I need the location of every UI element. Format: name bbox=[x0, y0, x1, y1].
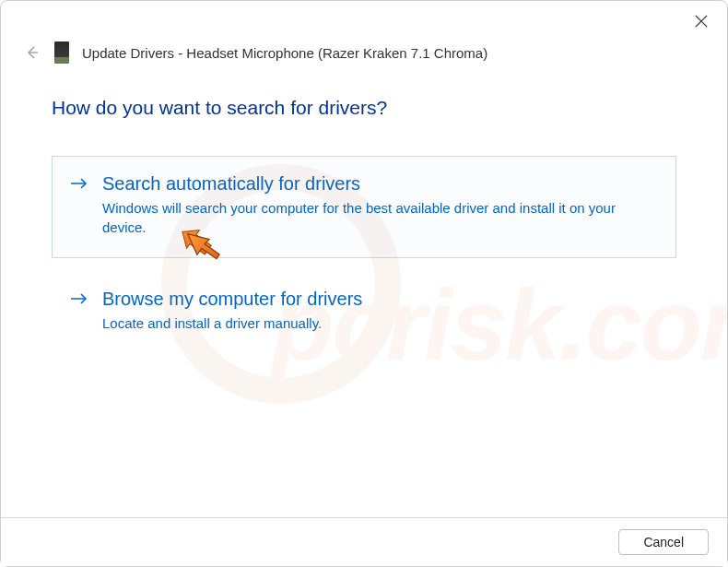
back-arrow-icon bbox=[24, 44, 41, 61]
option-title: Browse my computer for drivers bbox=[102, 289, 659, 310]
back-button[interactable] bbox=[23, 43, 41, 62]
window-title: Update Drivers - Headset Microphone (Raz… bbox=[82, 45, 487, 61]
page-heading: How do you want to search for drivers? bbox=[52, 97, 676, 119]
titlebar bbox=[1, 1, 727, 41]
option-browse-computer[interactable]: Browse my computer for drivers Locate an… bbox=[52, 271, 676, 354]
option-title: Search automatically for drivers bbox=[102, 173, 659, 195]
header-row: Update Drivers - Headset Microphone (Raz… bbox=[1, 41, 727, 78]
option-description: Windows will search your computer for th… bbox=[102, 198, 659, 237]
update-drivers-dialog: pcrisk.com Update Drivers - Headset Micr… bbox=[0, 0, 728, 567]
arrow-right-icon bbox=[69, 175, 89, 195]
cancel-button[interactable]: Cancel bbox=[618, 529, 709, 555]
dialog-footer: Cancel bbox=[1, 517, 727, 566]
arrow-right-icon bbox=[69, 290, 89, 311]
option-text: Browse my computer for drivers Locate an… bbox=[102, 289, 659, 333]
device-icon bbox=[54, 41, 69, 64]
close-icon bbox=[695, 15, 708, 28]
content-area: How do you want to search for drivers? S… bbox=[1, 78, 727, 517]
close-button[interactable] bbox=[688, 8, 714, 34]
option-text: Search automatically for drivers Windows… bbox=[102, 173, 659, 237]
option-search-automatically[interactable]: Search automatically for drivers Windows… bbox=[52, 156, 676, 258]
option-description: Locate and install a driver manually. bbox=[102, 313, 659, 333]
